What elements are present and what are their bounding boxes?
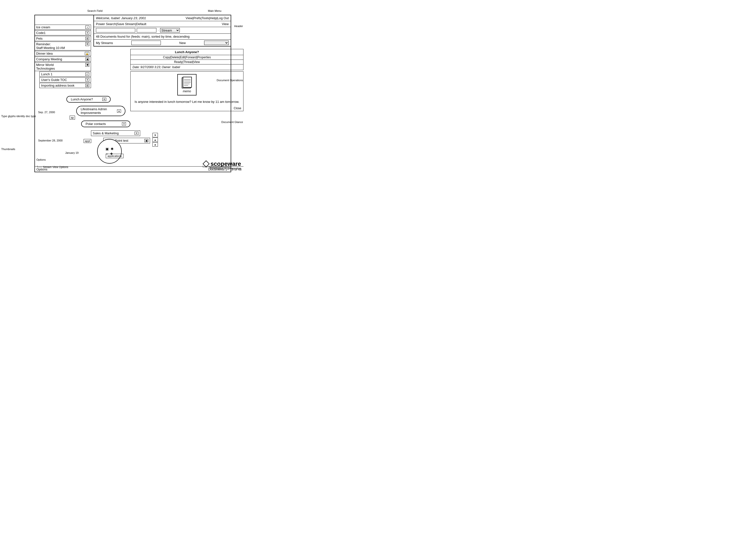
power-search-input[interactable] [96,28,135,32]
doc-item-company-meeting[interactable]: Company Meeting ▣ [34,57,91,62]
main-container: Search Field Main Menu Welcome, Isabel: … [0,0,246,184]
doc-item-reminder[interactable]: Reminder: ⊞ Staff Meeting 10 AM [34,42,91,50]
memo-box: memo [177,74,197,95]
card-lifestreams[interactable]: Lifestreams AdminImprovements ● [76,106,125,116]
header-section: Welcome, Isabel: January 23, 2001 View|P… [93,15,231,46]
card-lunch-title: Lunch Anyone? [71,97,93,101]
doc-ops-panel: Lunch Anyone? Copy|Delete|Edit|Forward|P… [130,49,243,70]
doc-icon-dinner: 🔒 [85,52,89,55]
search-field-annotation: Search Field [87,9,103,12]
view-dot: · [158,29,159,32]
doc-item-lunch1[interactable]: Lunch 1 ↩ [39,72,91,77]
doc-item-importing[interactable]: Importing address book ⊞ [39,83,91,88]
doc-title-icecream: Ice cream [36,25,50,29]
type-glyphs-annotation: Type glyphs identity doc type [1,114,36,118]
doc-item-icecream[interactable]: Ice cream ▪ [34,25,91,30]
streams-input[interactable] [131,41,161,45]
doc-subtitle-mirror-world: Technologies [36,67,55,70]
new-dropdown[interactable] [204,41,229,45]
doc-ops-secondary-actions[interactable]: Ready|Thread|View [131,60,243,64]
svg-rect-1 [183,77,192,87]
doc-title-reminder: Reminder: [36,42,51,46]
card-polar-contacts[interactable]: Polar contacts ✕ [81,120,130,127]
card-lifestreams-icon: ● [117,109,121,113]
doc-item-users-guide[interactable]: User's Guide TOC ✕ [39,77,91,82]
stream-nav-buttons: ▼ ▲ ▲ [152,133,158,147]
results-text: 48 Documents found for (feeds: main), so… [96,35,190,38]
date-jan19: January 19 [65,151,78,154]
doc-icon-users-guide: ✕ [85,78,89,81]
card-polar-icon: ✕ [122,122,126,125]
doc-ops-actions[interactable]: Copy|Delete|Edit|Forward|Properties [131,55,243,60]
doc-icon-reminder: ⊞ [85,42,89,46]
doc-item-pets[interactable]: Pets ⊞ [34,36,91,41]
doc-title-company-meeting: Company Meeting [36,57,62,61]
doc-glance-area: memo Is anyone interested in lunch tomor… [130,71,243,111]
options-annotation: Options [36,158,46,161]
doc-icon-lunch1: ↩ [85,73,89,76]
doc-item-mirror-world[interactable]: Mirror World ▣ Technologies [34,62,91,71]
doc-icon-company-meeting: ▣ [85,58,89,61]
doc-title-users-guide: User's Guide TOC [41,78,67,82]
ap-label-2: appl [84,139,91,143]
header-row-inputs: · Stream [94,27,231,34]
doc-icon-importing: ⊞ [85,84,89,87]
glyph-1: ▣ [106,147,109,151]
card-lunch-icon: ≋ [102,98,106,101]
card-sales-icon: ✕ [135,132,138,135]
memo-icon-area: memo [131,72,243,98]
doc-title-importing: Importing address book [41,84,75,87]
document-list: Ice cream ▪ Code1 ✕ Pets ⊞ Reminder: ⊞ S… [34,25,91,89]
doc-title-pets: Pets [36,37,43,40]
card-sales-title: Sales & Marketing [93,131,119,135]
glyph-2: ✱ [111,147,114,151]
doc-glance-content: Is anyone interested in lunch tomorrow? … [131,98,243,105]
stream-view-annotation: └── Stream View Options [36,165,68,168]
filter-input[interactable] [137,28,156,32]
doc-item-code1[interactable]: Code1 ✕ [34,30,91,35]
nav-up1-button[interactable]: ▲ [152,137,158,142]
doc-title-lunch1: Lunch 1 [41,72,52,76]
memo-svg-icon [181,76,193,89]
close-button[interactable]: Close [131,105,243,111]
doc-icon-pets: ⊞ [85,37,89,40]
header-right-label: Header [234,25,243,28]
menu-items[interactable]: View|Prefs|Tools|Help|Log Out [186,16,229,20]
card-sales-marketing[interactable]: Sales & Marketing ✕ [91,130,140,136]
ap-label-1: ap [70,116,75,119]
header-row-streams: My Streams New [94,40,231,46]
type-glyphs-circle: ▣ ✱ ○ ❖ [97,139,122,164]
search-actions[interactable]: Power Search|Save Stream|Default [96,22,146,26]
applications-label: applications [106,154,123,158]
view-label: View [222,22,229,26]
scopeware-name: scopeware [211,160,241,167]
thumbnails-annotation: Thumbnails [1,148,15,150]
scopeware-diamond-icon [203,160,210,167]
nav-up2-button[interactable]: ▲ [152,142,158,147]
doc-title-code1: Code1 [36,31,45,35]
welcome-text: Welcome, Isabel: January 23, 2001 [96,16,146,20]
doc-title-dinner: Dinner Idea [36,52,53,55]
doc-icon-icecream: ▪ [85,26,89,29]
doc-icon-mirror-world: ▣ [85,63,89,67]
doc-icon-code1: ✕ [85,31,89,34]
doc-ops-meta: Date: 9/27/2000 3:23; Owner: Isabel [131,64,243,70]
doc-item-dinner[interactable]: Dinner Idea 🔒 [34,51,91,56]
card-powerpoint-icon: ▣ [144,139,148,142]
card-polar-title: Polar contacts [86,122,106,126]
nav-down-button[interactable]: ▼ [152,133,158,137]
new-label: New [179,41,186,45]
scopeware-logo: scopeware Information in perspective [204,160,241,170]
header-row-welcome: Welcome, Isabel: January 23, 2001 View|P… [94,15,231,21]
scopeware-tagline: Information in perspective [204,167,241,170]
card-lunch-anyone[interactable]: Lunch Anyone? ≋ [66,96,111,103]
view-select[interactable]: Stream [160,28,180,32]
memo-label: memo [181,89,193,93]
doc-title-mirror-world: Mirror World [36,63,54,67]
header-row-results: 48 Documents found for (feeds: main), so… [94,34,231,40]
doc-ops-right-label: Document Operations [217,79,243,82]
header-row-search: Power Search|Save Stream|Default View [94,21,231,27]
my-streams-label: My Streams [96,41,113,45]
doc-glance-right-label: Document Glance [221,120,243,123]
main-menu-annotation: Main Menu [208,9,221,12]
